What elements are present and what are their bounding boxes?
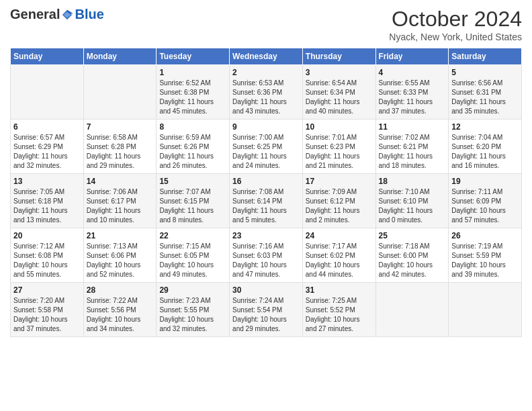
cell-content: Sunrise: 7:12 AM Sunset: 6:08 PM Dayligh… [13,242,81,279]
calendar-cell: 21Sunrise: 7:13 AM Sunset: 6:06 PM Dayli… [83,228,157,283]
calendar-cell: 16Sunrise: 7:08 AM Sunset: 6:14 PM Dayli… [230,174,303,228]
day-number: 11 [379,122,446,132]
cell-content: Sunrise: 7:19 AM Sunset: 5:59 PM Dayligh… [451,242,519,279]
day-header-wednesday: Wednesday [230,48,303,65]
cell-content: Sunrise: 7:23 AM Sunset: 5:55 PM Dayligh… [159,296,226,334]
cell-content: Sunrise: 7:18 AM Sunset: 6:00 PM Dayligh… [379,242,446,279]
day-number: 6 [13,122,81,132]
calendar-cell: 2Sunrise: 6:53 AM Sunset: 6:36 PM Daylig… [230,65,303,120]
day-number: 31 [306,285,373,295]
day-number: 19 [451,177,519,186]
calendar-cell: 10Sunrise: 7:01 AM Sunset: 6:23 PM Dayli… [302,120,375,174]
calendar-cell: 14Sunrise: 7:06 AM Sunset: 6:17 PM Dayli… [83,174,157,228]
cell-content: Sunrise: 7:13 AM Sunset: 6:06 PM Dayligh… [87,242,154,279]
calendar-cell: 20Sunrise: 7:12 AM Sunset: 6:08 PM Dayli… [11,228,84,283]
day-number: 2 [232,68,300,77]
calendar-cell: 11Sunrise: 7:02 AM Sunset: 6:21 PM Dayli… [375,120,449,174]
week-row-4: 20Sunrise: 7:12 AM Sunset: 6:08 PM Dayli… [11,228,522,283]
calendar-cell: 19Sunrise: 7:11 AM Sunset: 6:09 PM Dayli… [449,174,522,228]
cell-content: Sunrise: 7:15 AM Sunset: 6:05 PM Dayligh… [159,242,226,279]
cell-content: Sunrise: 6:53 AM Sunset: 6:36 PM Dayligh… [232,79,300,116]
day-number: 18 [379,177,446,186]
calendar-cell: 8Sunrise: 6:59 AM Sunset: 6:26 PM Daylig… [157,120,230,174]
day-number: 27 [13,285,81,295]
day-header-monday: Monday [83,48,157,65]
day-number: 8 [159,122,226,132]
cell-content: Sunrise: 7:08 AM Sunset: 6:14 PM Dayligh… [232,187,300,225]
calendar-cell: 15Sunrise: 7:07 AM Sunset: 6:15 PM Dayli… [157,174,230,228]
cell-content: Sunrise: 6:57 AM Sunset: 6:29 PM Dayligh… [13,133,81,171]
logo-blue-text: Blue [75,7,103,22]
day-number: 29 [159,285,226,295]
day-number: 25 [379,231,446,240]
day-number: 30 [232,285,300,295]
calendar-cell: 24Sunrise: 7:17 AM Sunset: 6:02 PM Dayli… [302,228,375,283]
cell-content: Sunrise: 7:05 AM Sunset: 6:18 PM Dayligh… [13,187,81,225]
week-row-3: 13Sunrise: 7:05 AM Sunset: 6:18 PM Dayli… [11,174,522,228]
day-number: 28 [87,285,154,295]
cell-content: Sunrise: 6:54 AM Sunset: 6:34 PM Dayligh… [306,79,373,116]
day-number: 5 [451,68,519,77]
cell-content: Sunrise: 7:11 AM Sunset: 6:09 PM Dayligh… [451,187,519,225]
calendar-cell [375,283,449,337]
cell-content: Sunrise: 6:59 AM Sunset: 6:26 PM Dayligh… [159,133,226,171]
day-number: 16 [232,177,300,186]
calendar-cell [11,65,84,120]
day-number: 15 [159,177,226,186]
cell-content: Sunrise: 6:58 AM Sunset: 6:28 PM Dayligh… [87,133,154,171]
calendar-cell: 5Sunrise: 6:56 AM Sunset: 6:31 PM Daylig… [449,65,522,120]
day-number: 4 [379,68,446,77]
calendar-cell: 17Sunrise: 7:09 AM Sunset: 6:12 PM Dayli… [302,174,375,228]
calendar-cell: 9Sunrise: 7:00 AM Sunset: 6:25 PM Daylig… [230,120,303,174]
cell-content: Sunrise: 7:00 AM Sunset: 6:25 PM Dayligh… [232,133,300,171]
header-row: SundayMondayTuesdayWednesdayThursdayFrid… [11,48,522,65]
cell-content: Sunrise: 7:06 AM Sunset: 6:17 PM Dayligh… [87,187,154,225]
calendar-cell: 28Sunrise: 7:22 AM Sunset: 5:56 PM Dayli… [83,283,157,337]
calendar-cell: 31Sunrise: 7:25 AM Sunset: 5:52 PM Dayli… [302,283,375,337]
day-number: 26 [451,231,519,240]
day-number: 13 [13,177,81,186]
day-header-friday: Friday [375,48,449,65]
calendar-cell: 29Sunrise: 7:23 AM Sunset: 5:55 PM Dayli… [157,283,230,337]
calendar-cell: 26Sunrise: 7:19 AM Sunset: 5:59 PM Dayli… [449,228,522,283]
day-number: 9 [232,122,300,132]
cell-content: Sunrise: 7:01 AM Sunset: 6:23 PM Dayligh… [306,133,373,171]
calendar-cell: 23Sunrise: 7:16 AM Sunset: 6:03 PM Dayli… [230,228,303,283]
cell-content: Sunrise: 7:10 AM Sunset: 6:10 PM Dayligh… [379,187,446,225]
day-number: 3 [306,68,373,77]
cell-content: Sunrise: 7:22 AM Sunset: 5:56 PM Dayligh… [87,296,154,334]
calendar-cell: 22Sunrise: 7:15 AM Sunset: 6:05 PM Dayli… [157,228,230,283]
cell-content: Sunrise: 7:09 AM Sunset: 6:12 PM Dayligh… [306,187,373,225]
day-number: 7 [87,122,154,132]
calendar-cell: 25Sunrise: 7:18 AM Sunset: 6:00 PM Dayli… [375,228,449,283]
cell-content: Sunrise: 6:56 AM Sunset: 6:31 PM Dayligh… [451,79,519,116]
day-header-sunday: Sunday [11,48,84,65]
calendar-cell: 12Sunrise: 7:04 AM Sunset: 6:20 PM Dayli… [449,120,522,174]
calendar-cell: 18Sunrise: 7:10 AM Sunset: 6:10 PM Dayli… [375,174,449,228]
day-number: 24 [306,231,373,240]
calendar-cell: 6Sunrise: 6:57 AM Sunset: 6:29 PM Daylig… [11,120,84,174]
cell-content: Sunrise: 6:52 AM Sunset: 6:38 PM Dayligh… [159,79,226,116]
calendar-cell: 13Sunrise: 7:05 AM Sunset: 6:18 PM Dayli… [11,174,84,228]
day-number: 10 [306,122,373,132]
week-row-5: 27Sunrise: 7:20 AM Sunset: 5:58 PM Dayli… [11,283,522,337]
day-number: 21 [87,231,154,240]
cell-content: Sunrise: 7:04 AM Sunset: 6:20 PM Dayligh… [451,133,519,171]
day-number: 20 [13,231,81,240]
week-row-1: 1Sunrise: 6:52 AM Sunset: 6:38 PM Daylig… [11,65,522,120]
calendar-cell: 1Sunrise: 6:52 AM Sunset: 6:38 PM Daylig… [157,65,230,120]
week-row-2: 6Sunrise: 6:57 AM Sunset: 6:29 PM Daylig… [11,120,522,174]
calendar-table: SundayMondayTuesdayWednesdayThursdayFrid… [10,48,522,337]
day-header-saturday: Saturday [449,48,522,65]
day-number: 17 [306,177,373,186]
day-number: 22 [159,231,226,240]
calendar-cell: 3Sunrise: 6:54 AM Sunset: 6:34 PM Daylig… [302,65,375,120]
cell-content: Sunrise: 7:17 AM Sunset: 6:02 PM Dayligh… [306,242,373,279]
cell-content: Sunrise: 7:24 AM Sunset: 5:54 PM Dayligh… [232,296,300,334]
header: General Blue October 2024 Nyack, New Yor… [10,7,522,42]
cell-content: Sunrise: 7:20 AM Sunset: 5:58 PM Dayligh… [13,296,81,334]
day-number: 14 [87,177,154,186]
month-title: October 2024 [389,7,522,32]
cell-content: Sunrise: 7:02 AM Sunset: 6:21 PM Dayligh… [379,133,446,171]
day-number: 12 [451,122,519,132]
